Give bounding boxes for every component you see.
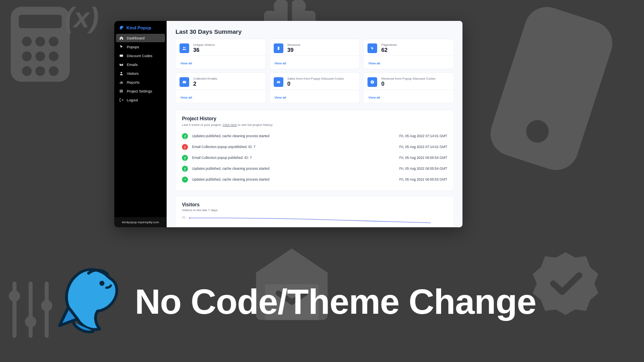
stat-card-sales: Sales from Kind Popup Discount Codes0 Vi…: [270, 73, 360, 103]
stat-label: Sales from Kind Popup Discount Codes: [287, 77, 344, 80]
svg-rect-30: [121, 90, 122, 93]
stat-card-collected-emails: Collected Emails2 View all: [175, 73, 266, 103]
history-date: Fri, 05 Aug 2022 07:14:01 GMT: [399, 134, 447, 138]
device-icon: [274, 43, 283, 53]
stats-grid: Unique Visitors36 View all Sessions39 Vi…: [175, 39, 454, 103]
click-here-link[interactable]: Click here: [223, 123, 237, 127]
mail-icon: [119, 62, 124, 67]
history-row: Updates published, cache cleaning proces…: [182, 163, 447, 174]
sidebar-item-logout[interactable]: Logout: [116, 96, 165, 104]
visitors-title: Visitors: [182, 202, 447, 208]
svg-point-10: [49, 66, 58, 76]
phone-icon: [469, 0, 634, 184]
svg-rect-24: [120, 55, 123, 57]
visitors-chart: 20: [182, 216, 447, 224]
svg-rect-26: [120, 82, 120, 84]
sidebar-item-reports[interactable]: Reports: [116, 78, 165, 86]
sidebar-nav: Dashboard Popups Discount Codes Emails V…: [114, 34, 167, 217]
sidebar-item-emails[interactable]: Emails: [116, 60, 165, 69]
stat-card-sessions: Sessions39 View all: [270, 39, 360, 69]
hero-banner: No Code/Theme Change: [54, 265, 632, 338]
chart-y-tick: 20: [182, 216, 185, 219]
svg-point-7: [49, 51, 58, 61]
svg-rect-20: [29, 282, 33, 338]
svg-rect-37: [277, 82, 280, 82]
stat-card-revenue: $Revenue from Popup Discount Codes0 View…: [363, 73, 454, 103]
svg-point-6: [35, 51, 45, 61]
stat-value: 0: [381, 80, 435, 87]
dolphin-logo-icon: [54, 265, 123, 338]
view-all-link[interactable]: View all: [368, 62, 380, 65]
calculator-icon: [8, 4, 72, 84]
cursor-icon: [119, 45, 124, 49]
visitors-panel: Visitors Visitors in the last 7 days. 20: [175, 196, 454, 227]
visitors-subtitle: Visitors in the last 7 days.: [182, 208, 447, 212]
bar-chart-icon: [119, 80, 124, 84]
summary-title: Last 30 Days Summary: [175, 28, 454, 35]
svg-point-23: [41, 300, 52, 311]
home-icon: [119, 36, 124, 40]
sidebar-item-dashboard[interactable]: Dashboard: [116, 34, 165, 42]
svg-rect-34: [278, 47, 279, 50]
svg-text:$: $: [372, 81, 373, 83]
history-message: Updates published, cache cleaning proces…: [192, 134, 395, 138]
svg-point-41: [189, 218, 190, 219]
sidebar-footer: kindpopup.myshopify.com: [114, 217, 167, 227]
svg-point-9: [35, 66, 45, 76]
sidebar-item-popups[interactable]: Popups: [116, 43, 165, 51]
stat-label: Collected Emails: [193, 77, 217, 80]
hero-headline: No Code/Theme Change: [135, 281, 536, 322]
view-all-link[interactable]: View all: [368, 96, 380, 99]
svg-point-19: [9, 290, 20, 302]
stat-label: Unique Visitors: [193, 43, 215, 47]
stat-card-pageviews: Pageviews62 View all: [363, 39, 454, 69]
stat-value: 0: [287, 80, 344, 87]
envelope-icon: [180, 77, 189, 87]
history-date: Fri, 05 Aug 2022 06:55:54 GMT: [399, 167, 447, 171]
svg-point-5: [22, 51, 32, 61]
card-icon: [274, 77, 283, 87]
sidebar-item-label: Visitors: [127, 72, 138, 76]
sidebar-item-label: Emails: [127, 63, 138, 67]
history-list: Updates published, cache cleaning proces…: [182, 131, 447, 185]
stat-value: 39: [287, 47, 300, 53]
svg-point-42: [99, 281, 104, 286]
svg-rect-35: [183, 81, 186, 83]
dolphin-icon: [118, 25, 124, 31]
dollar-icon: $: [367, 77, 377, 87]
view-all-link[interactable]: View all: [275, 96, 286, 99]
svg-point-3: [35, 37, 45, 46]
svg-rect-31: [122, 90, 122, 93]
svg-rect-27: [121, 81, 122, 84]
history-message: Email Collection popup published. ID: 7: [192, 156, 395, 160]
history-row: Updates published, cache cleaning proces…: [182, 131, 447, 142]
fx-variable-icon: (x): [64, 0, 105, 36]
view-all-link[interactable]: View all: [275, 62, 286, 65]
history-row: Email Collection popup published. ID: 7F…: [182, 152, 447, 163]
user-icon: [119, 71, 124, 76]
svg-point-2: [22, 37, 32, 46]
history-message: Email Collection popup unpublished. ID: …: [192, 145, 395, 149]
history-date: Fri, 05 Aug 2022 07:14:01 GMT: [399, 145, 447, 149]
history-row: Updates published, cache cleaning proces…: [182, 174, 447, 185]
sidebar-item-label: Project Settings: [127, 89, 152, 93]
svg-rect-29: [120, 90, 120, 93]
sidebar-item-visitors[interactable]: Visitors: [116, 69, 165, 78]
history-subtitle: Last 5 event of your project. Click here…: [182, 123, 447, 127]
stat-value: 2: [193, 80, 217, 87]
users-icon: [180, 43, 189, 53]
history-date: Fri, 05 Aug 2022 06:55:53 GMT: [399, 177, 447, 181]
svg-point-32: [183, 47, 184, 48]
app-window: Kind Popup Dashboard Popups Discount Cod…: [114, 21, 462, 227]
settings-icon: [119, 89, 124, 93]
svg-point-4: [49, 37, 58, 46]
sidebar-item-project-settings[interactable]: Project Settings: [116, 87, 165, 95]
view-all-link[interactable]: View all: [180, 62, 192, 65]
sidebar-item-discount-codes[interactable]: Discount Codes: [116, 51, 165, 60]
sidebar-item-label: Logout: [127, 98, 138, 102]
history-row: Email Collection popup unpublished. ID: …: [182, 142, 447, 152]
history-title: Project History: [182, 116, 447, 121]
click-icon: [367, 43, 377, 53]
svg-rect-28: [122, 82, 122, 84]
view-all-link[interactable]: View all: [180, 96, 192, 99]
